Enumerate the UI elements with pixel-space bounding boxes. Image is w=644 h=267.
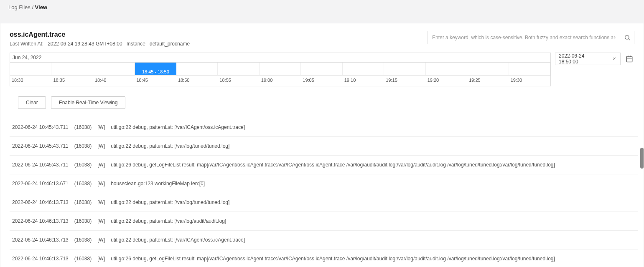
calendar-icon[interactable]	[625, 54, 635, 64]
log-pid: (16038)	[74, 124, 92, 130]
timeline-cell[interactable]	[467, 63, 509, 75]
timeline-tick: 18:55	[218, 76, 259, 86]
breadcrumb-parent[interactable]: Log Files	[8, 4, 31, 10]
breadcrumb-current: View	[35, 4, 47, 10]
log-row[interactable]: 2022-06-24 10:45:43.711(16038)[W]util.go…	[10, 156, 638, 174]
svg-point-0	[625, 35, 629, 39]
log-message: util.go:22 debug, patternLst: [/var/ICAg…	[111, 124, 245, 130]
log-timestamp: 2022-06-24 10:45:43.711	[12, 162, 69, 168]
log-message: houseclean.go:123 workingFileMap len:[0]	[111, 181, 205, 186]
timeline-date: Jun 24, 2022	[10, 53, 550, 63]
log-timestamp: 2022-06-24 10:46:13.713	[12, 199, 69, 205]
search-icon[interactable]	[620, 31, 634, 44]
instance-value: default_procname	[150, 41, 190, 47]
log-level: [W]	[97, 218, 105, 224]
svg-line-1	[629, 39, 630, 40]
log-message: util.go:22 debug, patternLst: [/var/ICAg…	[111, 237, 245, 243]
log-list: 2022-06-24 10:45:43.711(16038)[W]util.go…	[10, 118, 638, 267]
last-written-label: Last Written At:	[10, 41, 43, 47]
log-row[interactable]: 2022-06-24 10:46:13.713(16038)[W]util.go…	[10, 249, 638, 267]
timeline-tick: 19:20	[426, 76, 467, 86]
timeline-tick: 19:10	[343, 76, 384, 86]
timeline-cell[interactable]	[301, 63, 342, 75]
log-level: [W]	[97, 237, 105, 243]
log-level: [W]	[97, 199, 105, 205]
log-timestamp: 2022-06-24 10:46:13.713	[12, 237, 69, 243]
timeline-cell[interactable]	[384, 63, 425, 75]
close-icon[interactable]	[612, 56, 617, 61]
log-timestamp: 2022-06-24 10:46:13.713	[12, 218, 69, 224]
timeline-selection-label: 18:45 - 18:50	[142, 69, 169, 74]
timeline-labels: 18:3018:3518:4018:4518:5018:5519:0019:05…	[10, 75, 550, 86]
log-timestamp: 2022-06-24 10:45:43.711	[12, 143, 69, 149]
log-level: [W]	[97, 143, 105, 149]
timeline-tick: 18:30	[10, 76, 51, 86]
timeline-tick: 18:50	[176, 76, 218, 86]
log-pid: (16038)	[74, 256, 92, 262]
log-row[interactable]: 2022-06-24 10:46:13.713(16038)[W]util.go…	[10, 193, 638, 212]
timeline-cell[interactable]	[260, 63, 301, 75]
log-message: util.go:26 debug, getLogFileList result:…	[111, 256, 555, 262]
log-timestamp: 2022-06-24 10:46:13.713	[12, 256, 69, 262]
log-pid: (16038)	[74, 162, 92, 168]
timeline-tick: 19:15	[384, 76, 425, 86]
log-pid: (16038)	[74, 143, 92, 149]
button-row: Clear Enable Real-Time Viewing	[10, 96, 634, 109]
timeline-tick: 19:05	[301, 76, 342, 86]
log-message: util.go:22 debug, patternLst: [/var/log/…	[111, 218, 226, 224]
timeline-selection[interactable]: 18:45 - 18:50	[135, 63, 176, 75]
log-pid: (16038)	[74, 181, 92, 186]
timeline-tick: 19:30	[509, 76, 550, 86]
log-level: [W]	[97, 124, 105, 130]
time-display[interactable]: 2022-06-24 18:50:00	[555, 53, 621, 65]
title-row: oss.icAgent.trace Last Written At: 2022-…	[10, 31, 634, 47]
log-row[interactable]: 2022-06-24 10:46:13.671(16038)[W]housecl…	[10, 174, 638, 193]
log-level: [W]	[97, 162, 105, 168]
timeline-cell[interactable]	[10, 63, 51, 75]
breadcrumb: Log Files / View	[0, 0, 644, 15]
last-written-value: 2022-06-24 19:28:43 GMT+08:00	[48, 41, 122, 47]
main-panel: oss.icAgent.trace Last Written At: 2022-…	[0, 23, 644, 267]
log-message: util.go:22 debug, patternLst: [/var/log/…	[111, 143, 229, 149]
timeline-cell[interactable]	[176, 63, 218, 75]
log-level: [W]	[97, 181, 105, 186]
title-block: oss.icAgent.trace Last Written At: 2022-…	[10, 31, 190, 47]
log-level: [W]	[97, 256, 105, 262]
timeline-cell[interactable]	[51, 63, 93, 75]
enable-realtime-button[interactable]: Enable Real-Time Viewing	[51, 96, 126, 109]
instance-label: Instance	[127, 41, 145, 47]
timeline-tick: 18:35	[51, 76, 93, 86]
log-pid: (16038)	[74, 237, 92, 243]
log-timestamp: 2022-06-24 10:45:43.711	[12, 124, 69, 130]
timeline-tick: 18:40	[93, 76, 135, 86]
timeline-block: Jun 24, 2022 18:45 - 18:50 18:3018:3518:…	[10, 53, 634, 86]
timeline[interactable]: Jun 24, 2022 18:45 - 18:50 18:3018:3518:…	[10, 53, 551, 86]
timeline-bar[interactable]: 18:45 - 18:50	[10, 63, 550, 75]
time-display-value: 2022-06-24 18:50:00	[559, 53, 604, 65]
log-message: util.go:22 debug, patternLst: [/var/log/…	[111, 199, 229, 205]
log-message: util.go:26 debug, getLogFileList result:…	[111, 162, 555, 168]
search-box	[428, 31, 634, 44]
meta-row: Last Written At: 2022-06-24 19:28:43 GMT…	[10, 41, 190, 47]
time-controls: 2022-06-24 18:50:00	[555, 53, 634, 65]
clear-button[interactable]: Clear	[18, 96, 46, 109]
search-input[interactable]	[428, 35, 620, 40]
log-timestamp: 2022-06-24 10:46:13.671	[12, 181, 69, 186]
log-pid: (16038)	[74, 199, 92, 205]
timeline-cell[interactable]	[218, 63, 259, 75]
page-title: oss.icAgent.trace	[10, 31, 190, 38]
scrollbar-thumb[interactable]	[640, 148, 644, 169]
timeline-cell[interactable]	[93, 63, 135, 75]
timeline-tick: 19:25	[467, 76, 509, 86]
timeline-tick: 18:45	[135, 76, 176, 86]
timeline-tick: 19:00	[260, 76, 301, 86]
log-row[interactable]: 2022-06-24 10:45:43.711(16038)[W]util.go…	[10, 118, 638, 137]
log-row[interactable]: 2022-06-24 10:46:13.713(16038)[W]util.go…	[10, 212, 638, 231]
timeline-cell[interactable]	[343, 63, 384, 75]
timeline-cell[interactable]	[426, 63, 467, 75]
log-row[interactable]: 2022-06-24 10:46:13.713(16038)[W]util.go…	[10, 231, 638, 249]
svg-rect-4	[627, 56, 633, 62]
log-row[interactable]: 2022-06-24 10:45:43.711(16038)[W]util.go…	[10, 137, 638, 156]
log-pid: (16038)	[74, 218, 92, 224]
timeline-cell[interactable]	[509, 63, 550, 75]
